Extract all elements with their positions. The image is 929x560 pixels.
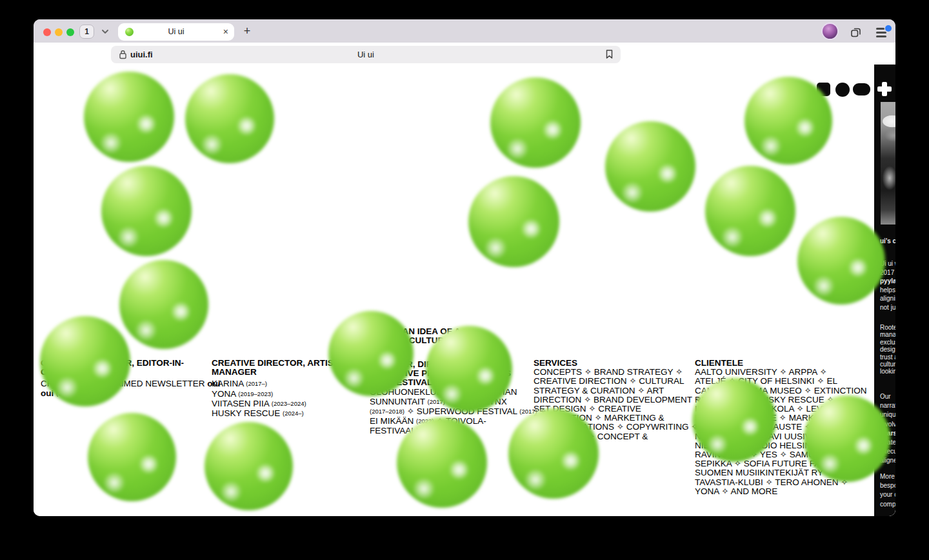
column-artist-manager: CREATIVE DIRECTOR, ARTISTMANAGERKARINA (…: [212, 359, 339, 419]
close-window-button[interactable]: [43, 28, 51, 36]
text-segment: STRATEGY & CURATION ✧ ART: [534, 386, 664, 395]
side-panel-line: design,: [880, 346, 895, 353]
side-panel-line: bespoke: [880, 481, 895, 490]
side-panel-line: exclusiv: [880, 339, 895, 346]
side-panel-line: narrativ: [880, 401, 895, 410]
side-panel-line: cultural: [880, 361, 895, 368]
close-tab-icon[interactable]: ×: [223, 23, 228, 40]
side-panel-line: Our: [880, 392, 895, 401]
text-segment: SUNNUNTAIT: [370, 397, 428, 406]
profile-avatar[interactable]: [823, 24, 837, 39]
new-tab-button[interactable]: +: [239, 23, 255, 39]
green-sphere[interactable]: [705, 166, 795, 256]
green-sphere[interactable]: [119, 260, 208, 349]
active-tab[interactable]: Ui ui ×: [118, 23, 234, 41]
green-sphere[interactable]: [205, 422, 293, 510]
text-line: YONA (2019–2023): [212, 390, 339, 399]
text-segment: DIRECTION ✧ BRAND DEVELOPMENT ✧: [534, 395, 702, 405]
page-title: Ui ui: [111, 46, 621, 63]
side-panel-paragraph-2: Rooted imanageexclusivdesign,trust ancul…: [880, 324, 895, 375]
text-segment: EI MIKÄÄN: [370, 416, 416, 426]
tab-stack-icon[interactable]: [850, 26, 862, 41]
column-header: CREATIVE DIRECTOR, ARTIST: [212, 359, 339, 368]
side-panel-line: looking: [880, 368, 895, 375]
column-header: CLIENTELE: [695, 359, 870, 368]
green-sphere[interactable]: [426, 326, 512, 412]
tab-title: Ui ui: [118, 23, 234, 41]
green-sphere[interactable]: [88, 413, 176, 501]
tab-count-badge[interactable]: 1: [79, 25, 94, 39]
green-sphere[interactable]: [605, 121, 695, 212]
browser-window: 1 Ui ui × +: [34, 19, 895, 516]
side-panel-line: trust an: [880, 354, 895, 361]
text-line: HUSKY RESCUE (2024–): [212, 409, 339, 419]
text-segment: VIITASEN PIIA: [212, 399, 272, 408]
column-header: MANAGER: [212, 368, 339, 377]
nav-shape-pill[interactable]: [853, 83, 870, 95]
green-sphere[interactable]: [397, 417, 487, 508]
menu-icon[interactable]: [876, 28, 892, 37]
text-segment: YONA: [212, 389, 238, 399]
portrait-photo: [881, 102, 895, 225]
side-panel-line: your co: [880, 490, 895, 499]
column-header: SERVICES: [534, 359, 702, 368]
green-sphere[interactable]: [508, 408, 599, 499]
text-segment: (2019–2023): [238, 390, 273, 397]
side-panel-line: compan: [880, 500, 895, 509]
side-panel-line: manage: [880, 331, 895, 338]
page-content: UI UI IS AN IDEA OF ASHARED CULTURE & JO…: [34, 65, 895, 516]
green-sphere[interactable]: [328, 311, 414, 396]
text-segment: SUOMEN MUSIIKINTEKIJÄT RY ✧: [695, 468, 833, 477]
zoom-window-button[interactable]: [66, 28, 74, 36]
green-sphere[interactable]: [692, 378, 776, 462]
text-segment: CONCEPTS ✧ BRAND STRATEGY ✧: [534, 367, 683, 377]
toolbar: uiui.fi Ui ui: [34, 43, 895, 65]
green-sphere[interactable]: [185, 74, 274, 163]
green-sphere[interactable]: [84, 72, 174, 162]
side-panel-line: pyylampi: [880, 277, 895, 286]
text-line: DIRECTION ✧ BRAND DEVELOPMENT ✧: [534, 395, 702, 405]
text-segment: (2017–2018): [370, 408, 405, 415]
text-segment: KARINA: [212, 379, 246, 388]
minimize-window-button[interactable]: [55, 28, 63, 36]
green-sphere[interactable]: [804, 395, 890, 482]
text-line: YONA ✧ AND MORE: [695, 487, 870, 496]
text-segment: (2017–): [246, 380, 267, 387]
side-panel-paragraph-4: More thbespokeyour cocompan: [880, 472, 895, 509]
text-line: AALTO UNIVERSITY ✧ ARPPA ✧: [695, 368, 870, 377]
green-sphere[interactable]: [490, 77, 581, 168]
side-panel-line: Rooted i: [880, 324, 895, 331]
text-line: STRATEGY & CURATION ✧ ART: [534, 386, 702, 395]
green-sphere[interactable]: [468, 176, 559, 267]
green-sphere[interactable]: [744, 77, 832, 165]
green-sphere[interactable]: [40, 316, 130, 406]
text-segment: TAVASTIA-KLUBI ✧ TERO AHONEN ✧: [695, 477, 848, 487]
chevron-down-icon[interactable]: [101, 27, 110, 36]
side-panel-line: aligning: [880, 294, 895, 303]
green-sphere[interactable]: [101, 166, 192, 256]
nav-shape-circle[interactable]: [835, 83, 850, 97]
text-segment: HUSKY RESCUE: [212, 408, 283, 418]
plus-icon[interactable]: [877, 82, 892, 96]
text-segment: CREATIVE DIRECTION ✧ CULTURAL: [534, 376, 684, 386]
notification-dot: [885, 25, 892, 32]
text-line: VIITASEN PIIA (2023–2024): [212, 399, 339, 409]
text-segment: YONA ✧ AND MORE: [695, 486, 777, 496]
text-segment: AALTO UNIVERSITY ✧ ARPPA ✧: [695, 367, 827, 377]
address-bar[interactable]: uiui.fi Ui ui: [111, 46, 621, 63]
bookmark-icon[interactable]: [605, 49, 614, 62]
text-line: CONCEPTS ✧ BRAND STRATEGY ✧: [534, 368, 702, 377]
text-line: KARINA (2017–): [212, 379, 339, 389]
side-panel-heading: ui's creativ: [880, 237, 895, 245]
text-segment: (2024–): [283, 410, 304, 417]
text-segment: (2023–2024): [272, 400, 306, 407]
side-panel-line: helps br: [880, 286, 895, 295]
side-panel-line: More th: [880, 472, 895, 481]
text-line: CREATIVE DIRECTION ✧ CULTURAL: [534, 377, 702, 386]
green-sphere[interactable]: [797, 217, 885, 305]
side-panel-line: not just: [880, 303, 895, 312]
tab-strip: 1 Ui ui × +: [34, 19, 895, 43]
